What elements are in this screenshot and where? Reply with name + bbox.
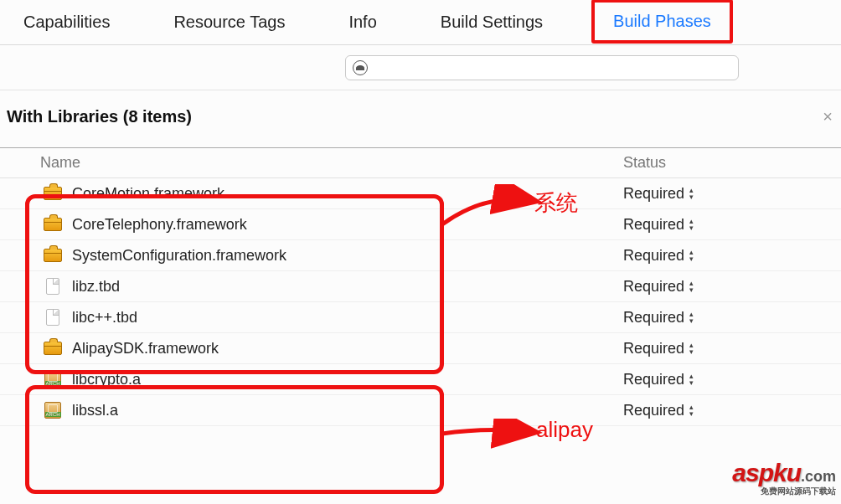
status-selector[interactable]: Required▴▾	[623, 247, 841, 265]
table-row[interactable]: SystemConfiguration.framework Required▴▾	[0, 240, 841, 271]
close-icon[interactable]: ×	[823, 107, 833, 126]
filter-row	[0, 45, 841, 90]
libraries-table: Name Status CoreMotion.framework Require…	[0, 147, 841, 426]
tab-build-phases[interactable]: Build Phases	[591, 0, 733, 44]
table-row[interactable]: CoreTelephony.framework Required▴▾	[0, 209, 841, 240]
chevron-up-down-icon: ▴▾	[689, 373, 694, 386]
library-name: libcrypto.a	[72, 371, 623, 388]
chevron-up-down-icon: ▴▾	[689, 404, 694, 417]
tab-capabilities[interactable]: Capabilities	[8, 0, 125, 44]
tab-resource-tags[interactable]: Resource Tags	[158, 0, 300, 44]
status-selector[interactable]: Required▴▾	[623, 309, 841, 327]
framework-icon	[40, 249, 65, 262]
library-name: libssl.a	[72, 402, 623, 419]
filter-input[interactable]	[345, 55, 739, 80]
archive-icon: ARCH	[40, 371, 65, 388]
status-selector[interactable]: Required▴▾	[623, 278, 841, 296]
file-icon	[40, 278, 65, 295]
framework-icon	[40, 342, 65, 355]
status-selector[interactable]: Required▴▾	[623, 340, 841, 357]
table-row[interactable]: ARCH libssl.a Required▴▾	[0, 395, 841, 426]
framework-icon	[40, 218, 65, 231]
library-name: CoreTelephony.framework	[72, 216, 623, 234]
table-row[interactable]: AlipaySDK.framework Required▴▾	[0, 333, 841, 364]
chevron-up-down-icon: ▴▾	[689, 311, 694, 324]
status-selector[interactable]: Required▴▾	[623, 216, 841, 234]
file-icon	[40, 309, 65, 326]
column-header-name[interactable]: Name	[0, 154, 623, 172]
chevron-up-down-icon: ▴▾	[689, 187, 694, 200]
tab-info[interactable]: Info	[333, 0, 391, 44]
table-row[interactable]: libz.tbd Required▴▾	[0, 271, 841, 302]
column-header-status[interactable]: Status	[623, 154, 841, 172]
scope-icon	[353, 60, 368, 75]
status-selector[interactable]: Required▴▾	[623, 185, 841, 203]
tab-build-settings[interactable]: Build Settings	[426, 0, 558, 44]
library-name: libc++.tbd	[72, 309, 623, 327]
table-row[interactable]: libc++.tbd Required▴▾	[0, 302, 841, 333]
section-title: With Libraries (8 items)	[7, 107, 192, 126]
framework-icon	[40, 187, 65, 200]
watermark: aspku.com 免费网站源码下载站	[732, 459, 836, 497]
table-header-row: Name Status	[0, 148, 841, 178]
section-header: With Libraries (8 items) ×	[0, 90, 841, 127]
archive-icon: ARCH	[40, 402, 65, 419]
status-selector[interactable]: Required▴▾	[623, 402, 841, 419]
library-name: SystemConfiguration.framework	[72, 247, 623, 265]
table-row[interactable]: ARCH libcrypto.a Required▴▾	[0, 364, 841, 395]
library-name: CoreMotion.framework	[72, 185, 623, 203]
chevron-up-down-icon: ▴▾	[689, 280, 694, 293]
chevron-up-down-icon: ▴▾	[689, 342, 694, 355]
table-row[interactable]: CoreMotion.framework Required▴▾	[0, 178, 841, 209]
chevron-up-down-icon: ▴▾	[689, 249, 694, 262]
editor-tab-bar: Capabilities Resource Tags Info Build Se…	[0, 0, 841, 45]
chevron-up-down-icon: ▴▾	[689, 218, 694, 231]
library-name: libz.tbd	[72, 278, 623, 296]
library-name: AlipaySDK.framework	[72, 340, 623, 357]
status-selector[interactable]: Required▴▾	[623, 371, 841, 388]
